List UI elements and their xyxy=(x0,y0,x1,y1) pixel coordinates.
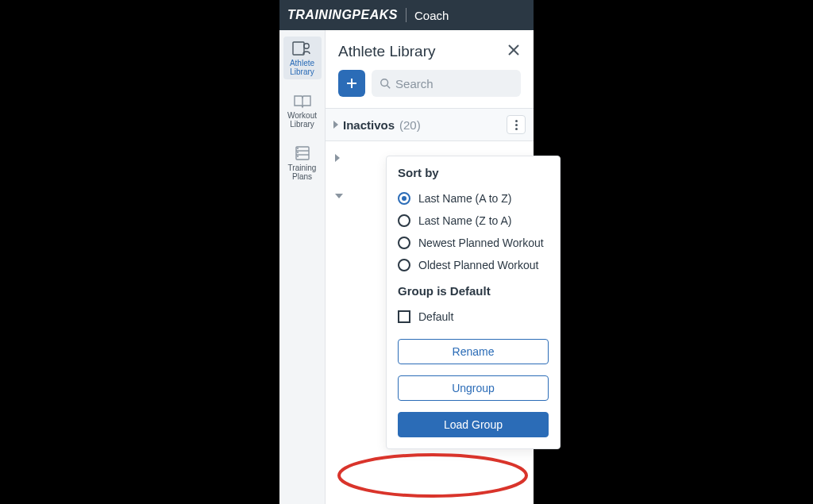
group-menu-button[interactable] xyxy=(507,115,526,134)
sort-option-last-name-za[interactable]: Last Name (Z to A) xyxy=(398,210,549,232)
svg-point-6 xyxy=(297,148,299,149)
close-icon[interactable] xyxy=(507,43,521,60)
radio-icon xyxy=(398,214,410,227)
sort-option-label: Last Name (Z to A) xyxy=(418,214,511,227)
group-row[interactable]: Inactivos (20) xyxy=(326,108,534,141)
sort-option-last-name-az[interactable]: Last Name (A to Z) xyxy=(398,187,549,210)
sidebar: Athlete Library Workout Library Training… xyxy=(279,30,326,504)
search-row xyxy=(326,70,534,108)
ungroup-button[interactable]: Ungroup xyxy=(398,375,549,401)
expand-caret-icon[interactable] xyxy=(335,154,340,162)
sidebar-item-athlete-library[interactable]: Athlete Library xyxy=(283,37,322,79)
app-body: Athlete Library Workout Library Training… xyxy=(279,30,534,504)
collapse-caret-icon[interactable] xyxy=(335,194,343,198)
group-count: (20) xyxy=(399,118,421,132)
group-default-heading: Group is Default xyxy=(398,284,549,298)
rename-button[interactable]: Rename xyxy=(398,339,549,364)
radio-icon xyxy=(398,259,410,271)
training-plans-icon xyxy=(292,144,313,162)
svg-line-14 xyxy=(387,86,391,89)
workout-library-icon xyxy=(292,92,313,110)
default-checkbox-label: Default xyxy=(418,310,453,323)
svg-point-1 xyxy=(303,44,308,48)
radio-icon xyxy=(398,237,410,249)
athlete-library-icon xyxy=(292,40,313,57)
sort-option-oldest-planned[interactable]: Oldest Planned Workout xyxy=(398,254,549,276)
app-window: TRAININGPEAKS Coach Athlete Library Work… xyxy=(279,0,534,504)
checkbox-icon xyxy=(398,310,410,323)
search-box[interactable] xyxy=(372,70,521,97)
sort-option-label: Oldest Planned Workout xyxy=(418,259,539,271)
default-checkbox-row[interactable]: Default xyxy=(398,306,549,328)
sort-by-heading: Sort by xyxy=(398,166,549,179)
expand-caret-icon xyxy=(333,121,338,129)
group-name: Inactivos xyxy=(343,118,395,132)
svg-point-8 xyxy=(297,156,299,157)
group-options-popover: Sort by Last Name (A to Z) Last Name (Z … xyxy=(386,156,561,449)
brand-sublabel: Coach xyxy=(414,9,449,22)
svg-point-7 xyxy=(297,152,299,153)
load-group-button[interactable]: Load Group xyxy=(398,412,549,437)
plus-icon xyxy=(345,76,359,90)
sidebar-item-training-plans[interactable]: Training Plans xyxy=(283,141,322,184)
search-input[interactable] xyxy=(395,77,513,90)
kebab-icon xyxy=(515,120,518,130)
rename-button-label: Rename xyxy=(453,345,495,358)
sidebar-item-label: Workout Library xyxy=(283,111,322,129)
add-button[interactable] xyxy=(338,70,365,97)
panel-header: Athlete Library xyxy=(326,30,534,70)
ungroup-button-label: Ungroup xyxy=(452,382,495,394)
load-group-button-label: Load Group xyxy=(444,418,503,431)
topbar: TRAININGPEAKS Coach xyxy=(279,0,534,30)
sort-option-label: Last Name (A to Z) xyxy=(418,192,511,205)
sidebar-item-label: Athlete Library xyxy=(283,59,322,76)
sidebar-item-workout-library[interactable]: Workout Library xyxy=(283,89,322,132)
radio-icon xyxy=(398,192,410,205)
library-panel: Athlete Library Inactivos (20) xyxy=(326,30,534,504)
search-icon xyxy=(380,77,391,90)
sort-option-newest-planned[interactable]: Newest Planned Workout xyxy=(398,232,549,254)
panel-title: Athlete Library xyxy=(338,43,436,60)
brand-separator xyxy=(406,8,406,22)
sort-option-label: Newest Planned Workout xyxy=(418,237,544,249)
svg-point-13 xyxy=(381,79,388,87)
sidebar-item-label: Training Plans xyxy=(283,164,322,181)
brand-logo: TRAININGPEAKS xyxy=(287,8,398,22)
svg-rect-0 xyxy=(293,42,304,55)
